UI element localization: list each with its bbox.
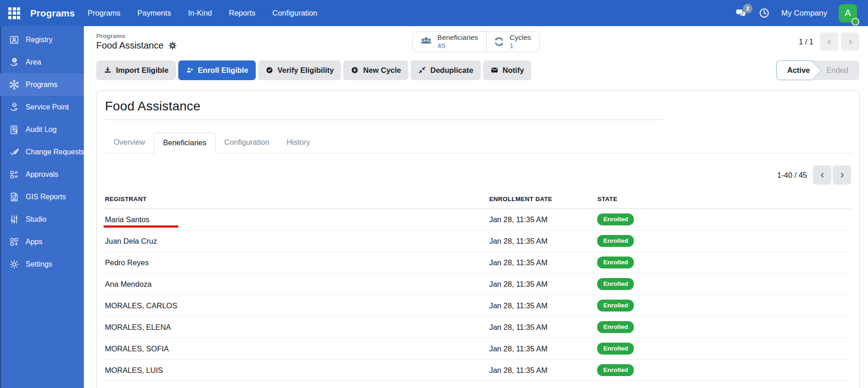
- table-row[interactable]: Ana MendozaJan 28, 11:35 AMEnrolled: [105, 273, 851, 295]
- enrollment-date-cell: Jan 28, 11:35 AM: [489, 252, 597, 273]
- column-header-enrollment-date[interactable]: ENROLLMENT DATE: [489, 191, 597, 209]
- topbar-right: 2 My Company A: [735, 4, 857, 22]
- topbar-menu: ProgramsPaymentsIn-KindReportsConfigurat…: [88, 9, 317, 17]
- program-title: Food Assistance: [105, 99, 851, 114]
- network-icon: [9, 79, 20, 90]
- list-pager-prev-button[interactable]: [813, 165, 831, 185]
- new-cycle-button[interactable]: New Cycle: [343, 60, 408, 80]
- topbar-menu-programs[interactable]: Programs: [88, 9, 121, 17]
- table-row[interactable]: Juan Dela CruzJan 28, 11:35 AMEnrolled: [105, 230, 851, 252]
- registrant-name: Juan Dela Cruz: [105, 237, 157, 245]
- control-panel-top: Programs Food Assistance Beneficiaries45…: [84, 26, 868, 57]
- table-row[interactable]: MORALES, CARLOSJan 28, 11:35 AMEnrolled: [105, 295, 851, 317]
- sidebar-item-audit-log[interactable]: Audit Log: [0, 118, 84, 141]
- state-badge: Enrolled: [597, 278, 634, 290]
- status-active[interactable]: Active: [776, 60, 813, 80]
- topbar-menu-reports[interactable]: Reports: [229, 9, 256, 17]
- table-body: Maria SantosJan 28, 11:35 AMEnrolledJuan…: [105, 209, 851, 381]
- check-pen-icon: [9, 147, 20, 158]
- notify-button[interactable]: Notify: [483, 60, 532, 80]
- table-row[interactable]: Pedro ReyesJan 28, 11:35 AMEnrolled: [105, 252, 851, 273]
- breadcrumb-current: Food Assistance: [96, 40, 164, 51]
- sidebar-item-label: Programs: [26, 81, 57, 89]
- sidebar-item-change-requests[interactable]: Change Requests: [0, 141, 84, 163]
- check-circle-icon: [265, 66, 274, 74]
- refresh-icon: [493, 36, 505, 48]
- statusbar: Active Ended: [776, 60, 859, 80]
- user-plus-icon: [186, 66, 194, 74]
- sidebar-item-programs[interactable]: Programs: [0, 73, 84, 96]
- clipboard-search-icon: [9, 124, 20, 135]
- table-row[interactable]: MORALES, SOFIAJan 28, 11:35 AMEnrolled: [105, 338, 851, 360]
- stat-button-beneficiaries[interactable]: Beneficiaries45: [412, 32, 486, 52]
- enrollment-date: Jan 28, 11:35 AM: [489, 280, 547, 288]
- avatar[interactable]: A: [839, 4, 857, 22]
- online-status-dot: [852, 18, 859, 26]
- record-pager-next-button[interactable]: [841, 33, 859, 51]
- stat-buttons: Beneficiaries45Cycles1: [412, 31, 539, 52]
- table-row[interactable]: MORALES, ELENAJan 28, 11:35 AMEnrolled: [105, 317, 851, 338]
- state-badge: Enrolled: [597, 321, 634, 333]
- topbar-menu-in-kind[interactable]: In-Kind: [188, 9, 212, 17]
- tab-history[interactable]: History: [278, 132, 319, 153]
- sidebar-item-settings[interactable]: Settings: [0, 253, 84, 275]
- sidebar-item-approvals[interactable]: Approvals: [0, 163, 84, 186]
- column-header-registrant[interactable]: REGISTRANT: [105, 191, 489, 209]
- state-cell: Enrolled: [597, 338, 851, 360]
- table-row[interactable]: MORALES, LUISJan 28, 11:35 AMEnrolled: [105, 360, 851, 381]
- tab-overview[interactable]: Overview: [105, 132, 154, 153]
- deduplicate-button[interactable]: Deduplicate: [411, 60, 481, 80]
- record-pager-prev-button[interactable]: [820, 33, 838, 51]
- tab-beneficiaries[interactable]: Beneficiaries: [154, 132, 215, 153]
- stat-label: Beneficiaries: [437, 33, 478, 42]
- stat-button-cycles[interactable]: Cycles1: [486, 32, 539, 52]
- stat-value: 45: [437, 42, 478, 50]
- status-active-label: Active: [787, 66, 810, 75]
- tabs: OverviewBeneficiariesConfigurationHistor…: [105, 132, 851, 153]
- annotation-underline: [104, 225, 178, 228]
- apps-grid-icon[interactable]: [8, 7, 20, 19]
- gear-icon: [9, 259, 20, 270]
- registrant-cell: MORALES, LUIS: [105, 360, 489, 381]
- sidebar-item-service-point[interactable]: Service Point: [0, 96, 84, 118]
- list-pager-next-button[interactable]: [833, 165, 851, 185]
- button-label: Import Eligible: [116, 66, 169, 75]
- sidebar-item-registry[interactable]: Registry: [0, 28, 84, 51]
- sidebar-item-label: Settings: [26, 260, 52, 268]
- hand-pin-icon: [9, 102, 20, 113]
- breadcrumb-parent[interactable]: Programs: [96, 33, 177, 39]
- table-row[interactable]: Maria SantosJan 28, 11:35 AMEnrolled: [105, 209, 851, 230]
- breadcrumb: Programs Food Assistance: [96, 33, 177, 51]
- column-header-state[interactable]: STATE: [597, 191, 851, 209]
- topbar-menu-configuration[interactable]: Configuration: [272, 9, 317, 17]
- enrollment-date-cell: Jan 28, 11:35 AM: [489, 317, 597, 338]
- envelope-icon: [490, 66, 499, 74]
- enrollment-date: Jan 28, 11:35 AM: [489, 258, 547, 267]
- sidebar-item-gis-reports[interactable]: GIS Reports: [0, 186, 84, 208]
- topbar-menu-payments[interactable]: Payments: [137, 9, 171, 17]
- enrollment-date: Jan 28, 11:35 AM: [489, 323, 547, 331]
- verify-eligibility-button[interactable]: Verify Eligibility: [258, 60, 341, 80]
- sidebar-item-area[interactable]: Area: [0, 51, 84, 73]
- enrollment-date-cell: Jan 28, 11:35 AM: [489, 295, 597, 317]
- sidebar-item-label: Registry: [26, 36, 53, 44]
- import-eligible-button[interactable]: Import Eligible: [96, 60, 176, 80]
- enrollment-date: Jan 28, 11:35 AM: [489, 215, 547, 224]
- sidebar-item-label: Apps: [26, 238, 42, 246]
- merge-icon: [418, 66, 426, 74]
- registrant-name: MORALES, SOFIA: [105, 344, 169, 353]
- activities-clock-icon[interactable]: [758, 7, 770, 19]
- tab-configuration[interactable]: Configuration: [215, 132, 278, 153]
- sidebar-item-studio[interactable]: Studio: [0, 208, 84, 230]
- enrollment-date: Jan 28, 11:35 AM: [489, 301, 547, 310]
- state-badge: Enrolled: [597, 343, 634, 355]
- state-cell: Enrolled: [597, 273, 851, 295]
- registrant-cell: Maria Santos: [105, 209, 489, 230]
- sidebar-item-apps[interactable]: Apps: [0, 230, 84, 253]
- state-cell: Enrolled: [597, 209, 851, 230]
- messages-button[interactable]: 2: [735, 7, 747, 19]
- company-name[interactable]: My Company: [781, 9, 827, 18]
- enroll-eligible-button[interactable]: Enroll Eligible: [178, 60, 256, 80]
- record-settings-gear-icon[interactable]: [168, 41, 177, 50]
- download-icon: [104, 66, 112, 74]
